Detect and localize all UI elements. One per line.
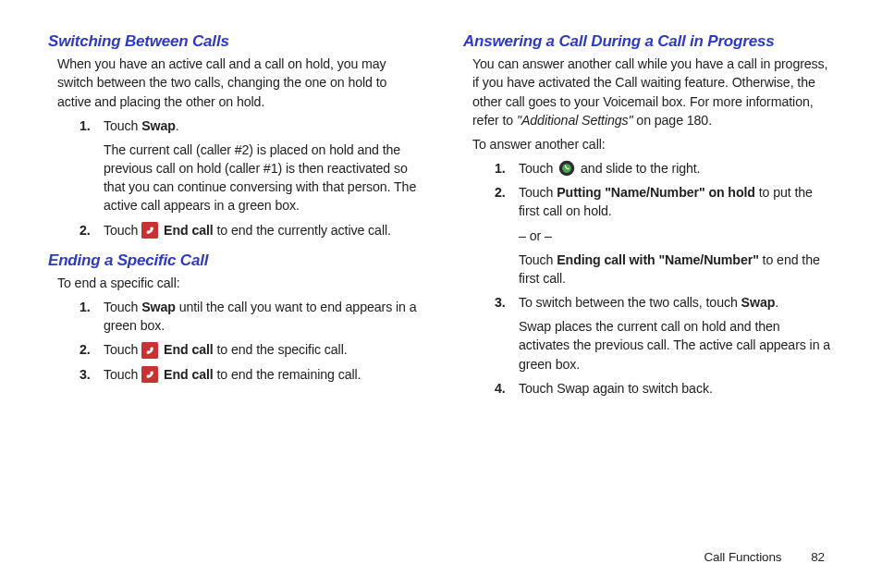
- step-text: Touch: [104, 118, 141, 133]
- steps-list: Touch Swap. The current call (caller #2)…: [80, 116, 419, 239]
- step-text: To switch between the two calls, touch: [519, 295, 741, 310]
- step-text: Touch Swap again to switch back.: [519, 381, 713, 396]
- page-number: 82: [811, 550, 825, 564]
- step-text: Touch: [104, 342, 141, 357]
- page-footer: Call Functions 82: [704, 550, 825, 564]
- steps-list: Touch and slide to the right. Touch Putt…: [495, 159, 834, 398]
- ui-label-ending: Ending call with "Name/Number": [557, 252, 759, 267]
- step-item: Touch End call to end the currently acti…: [80, 221, 419, 239]
- heading-switching-calls: Switching Between Calls: [48, 31, 419, 51]
- answer-call-icon: [558, 160, 575, 177]
- footer-section: Call Functions: [704, 550, 781, 564]
- intro-text: on page 180.: [633, 113, 712, 128]
- step-alt: Touch Ending call with "Name/Number" to …: [519, 251, 834, 288]
- step-subtext: Swap places the current call on hold and…: [519, 317, 834, 373]
- intro-paragraph: When you have an active call and a call …: [57, 55, 419, 110]
- right-column: Answering a Call During a Call in Progre…: [463, 31, 834, 568]
- step-text: Touch: [104, 300, 141, 314]
- step-item: To switch between the two calls, touch S…: [495, 293, 834, 374]
- step-item: Touch End call to end the specific call.: [80, 340, 419, 359]
- step-text: and slide to the right.: [577, 161, 700, 176]
- step-item: Touch Swap again to switch back.: [495, 379, 834, 398]
- step-text: .: [176, 118, 179, 133]
- step-text: Touch: [519, 161, 557, 176]
- document-page: Switching Between Calls When you have an…: [0, 0, 882, 588]
- step-text: to end the currently active call.: [214, 223, 391, 238]
- heading-answering-call: Answering a Call During a Call in Progre…: [463, 31, 834, 51]
- step-text: Touch: [104, 367, 141, 382]
- ui-label-swap: Swap: [741, 295, 776, 310]
- steps-list: Touch Swap until the call you want to en…: [80, 298, 419, 384]
- step-text: to end the specific call.: [214, 342, 348, 357]
- intro-paragraph: You can answer another call while you ha…: [472, 55, 834, 129]
- step-item: Touch Putting "Name/Number" on hold to p…: [495, 183, 834, 288]
- step-text: to end the remaining call.: [214, 367, 361, 382]
- cross-reference: "Additional Settings": [517, 113, 633, 128]
- ui-label-endcall: End call: [160, 367, 213, 382]
- ui-label-endcall: End call: [160, 223, 213, 238]
- step-subtext: The current call (caller #2) is placed o…: [104, 141, 419, 215]
- step-item: Touch End call to end the remaining call…: [80, 365, 419, 384]
- ui-label-swap: Swap: [141, 118, 176, 133]
- end-call-icon: [141, 222, 158, 239]
- end-call-icon: [141, 342, 158, 359]
- ui-label-hold: Putting "Name/Number" on hold: [557, 185, 755, 200]
- left-column: Switching Between Calls When you have an…: [48, 31, 419, 568]
- step-text: Touch: [104, 223, 141, 238]
- step-text: .: [775, 295, 778, 310]
- step-text: Touch: [519, 252, 557, 267]
- intro-paragraph: To end a specific call:: [57, 274, 419, 292]
- lead-text: To answer another call:: [472, 135, 834, 153]
- ui-label-swap: Swap: [141, 300, 176, 314]
- step-item: Touch Swap. The current call (caller #2)…: [80, 116, 419, 215]
- heading-ending-call: Ending a Specific Call: [48, 251, 419, 270]
- step-item: Touch Swap until the call you want to en…: [80, 298, 419, 335]
- end-call-icon: [141, 366, 158, 383]
- step-item: Touch and slide to the right.: [495, 159, 834, 178]
- or-separator: – or –: [519, 227, 834, 245]
- ui-label-endcall: End call: [160, 342, 213, 357]
- step-text: Touch: [519, 185, 557, 200]
